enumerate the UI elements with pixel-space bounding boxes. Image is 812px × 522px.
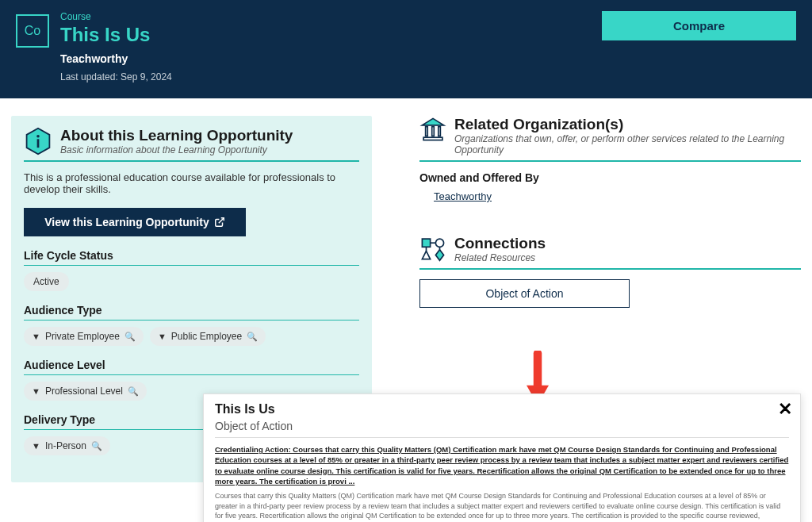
svg-rect-9	[422, 239, 430, 247]
owned-offered-label: Owned and Offered By	[419, 171, 801, 184]
close-icon[interactable]: ✕	[778, 399, 792, 420]
popup-title: This Is Us	[215, 402, 789, 416]
last-updated-label: Last updated: Sep 9, 2024	[60, 71, 602, 83]
related-orgs-title: Related Organization(s)	[454, 116, 801, 133]
life-cycle-label: Life Cycle Status	[24, 249, 359, 266]
delivery-type-chip[interactable]: ▼ In-Person 🔍	[24, 436, 110, 455]
chip-text: In-Person	[45, 440, 86, 451]
search-icon: 🔍	[124, 332, 136, 342]
svg-point-1	[36, 135, 40, 138]
connections-icon	[419, 235, 446, 262]
popup-detail-text: Courses that carry this Quality Matters …	[215, 491, 789, 522]
view-opportunity-button[interactable]: View this Learning Opportunity	[24, 208, 246, 236]
page-header: Course This Is Us Teachworthy Last updat…	[0, 0, 812, 98]
header-meta: Course This Is Us Teachworthy Last updat…	[60, 11, 602, 83]
object-of-action-button[interactable]: Object of Action	[419, 279, 630, 308]
divider	[24, 160, 359, 162]
popup-subtitle: Object of Action	[215, 420, 789, 438]
organization-link[interactable]: Teachworthy	[434, 190, 492, 202]
svg-marker-12	[435, 250, 443, 261]
filter-icon: ▼	[32, 332, 40, 341]
audience-type-chip[interactable]: ▼ Public Employee 🔍	[150, 327, 266, 346]
audience-level-chip[interactable]: ▼ Professional Level 🔍	[24, 382, 147, 401]
connections-section: Connections Related Resources Object of …	[419, 235, 801, 308]
popup-credentialing-text[interactable]: Credentialing Action: Courses that carry…	[215, 444, 789, 486]
filter-icon: ▼	[32, 386, 40, 396]
filter-icon: ▼	[32, 441, 40, 451]
search-icon: 🔍	[247, 332, 258, 342]
header-organization: Teachworthy	[60, 52, 602, 65]
chip-text: Private Employee	[45, 331, 120, 342]
svg-line-3	[219, 218, 224, 223]
related-orgs-subtitle: Organizations that own, offer, or perfor…	[454, 133, 801, 155]
life-cycle-chip: Active	[24, 272, 69, 291]
svg-rect-7	[439, 127, 441, 136]
object-of-action-popup: ✕ This Is Us Object of Action Credential…	[203, 393, 801, 522]
audience-type-chip[interactable]: ▼ Private Employee 🔍	[24, 327, 144, 346]
svg-marker-11	[422, 251, 430, 259]
about-description: This is a professional education course …	[24, 171, 359, 195]
filter-icon: ▼	[158, 332, 167, 341]
about-title: About this Learning Opportunity	[60, 127, 293, 144]
info-hex-icon	[24, 127, 52, 155]
entity-type-label: Course	[60, 11, 602, 22]
audience-type-label: Audience Type	[24, 304, 359, 320]
institution-icon	[419, 116, 446, 143]
related-orgs-section: Related Organization(s) Organizations th…	[419, 116, 801, 203]
svg-rect-2	[37, 139, 40, 148]
search-icon: 🔍	[91, 441, 102, 451]
svg-rect-5	[426, 127, 428, 136]
course-icon	[16, 14, 49, 48]
chip-text: Public Employee	[171, 331, 242, 342]
page-title: This Is Us	[60, 24, 602, 46]
view-opportunity-label: View this Learning Opportunity	[44, 216, 209, 228]
chip-text: Professional Level	[45, 386, 123, 397]
compare-button[interactable]: Compare	[602, 11, 796, 40]
about-subtitle: Basic information about the Learning Opp…	[60, 144, 293, 155]
svg-rect-6	[432, 127, 435, 136]
divider	[419, 268, 801, 270]
connections-subtitle: Related Resources	[454, 252, 546, 263]
svg-point-10	[435, 239, 443, 247]
external-link-icon	[214, 217, 225, 228]
divider	[419, 160, 801, 162]
svg-rect-8	[423, 137, 442, 140]
search-icon: 🔍	[128, 386, 139, 397]
connections-title: Connections	[454, 235, 546, 252]
svg-marker-4	[422, 118, 443, 125]
audience-level-label: Audience Level	[24, 359, 359, 375]
